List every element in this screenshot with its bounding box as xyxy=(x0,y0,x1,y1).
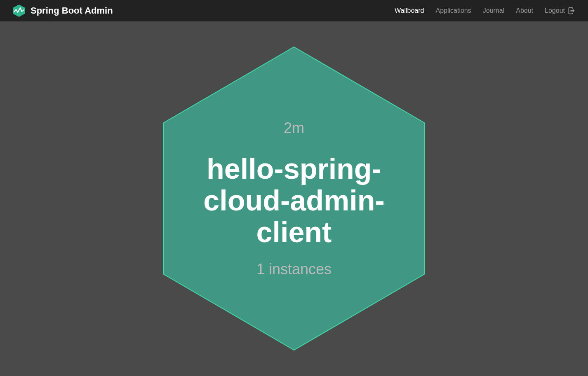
logout-button[interactable]: Logout xyxy=(545,7,576,15)
nav-applications[interactable]: Applications xyxy=(435,7,471,14)
nav-wallboard[interactable]: Wallboard xyxy=(395,7,424,14)
navbar-nav: Wallboard Applications Journal About Log… xyxy=(395,7,576,15)
app-uptime: 2m xyxy=(175,119,413,137)
app-hexagon[interactable]: 2m hello-spring-cloud-admin-client 1 ins… xyxy=(162,46,426,351)
brand-title: Spring Boot Admin xyxy=(31,5,113,16)
app-name: hello-spring-cloud-admin-client xyxy=(175,153,413,248)
navbar: Spring Boot Admin Wallboard Applications… xyxy=(0,0,588,21)
navbar-brand[interactable]: Spring Boot Admin xyxy=(12,4,113,17)
nav-journal[interactable]: Journal xyxy=(483,7,504,14)
logout-label: Logout xyxy=(545,7,565,14)
logout-icon xyxy=(567,7,576,15)
logo-icon xyxy=(12,4,26,17)
nav-about[interactable]: About xyxy=(516,7,533,14)
hexagon-content: 2m hello-spring-cloud-admin-client 1 ins… xyxy=(175,119,413,278)
app-instances: 1 instances xyxy=(175,261,413,278)
wallboard-main: 2m hello-spring-cloud-admin-client 1 ins… xyxy=(0,21,588,376)
